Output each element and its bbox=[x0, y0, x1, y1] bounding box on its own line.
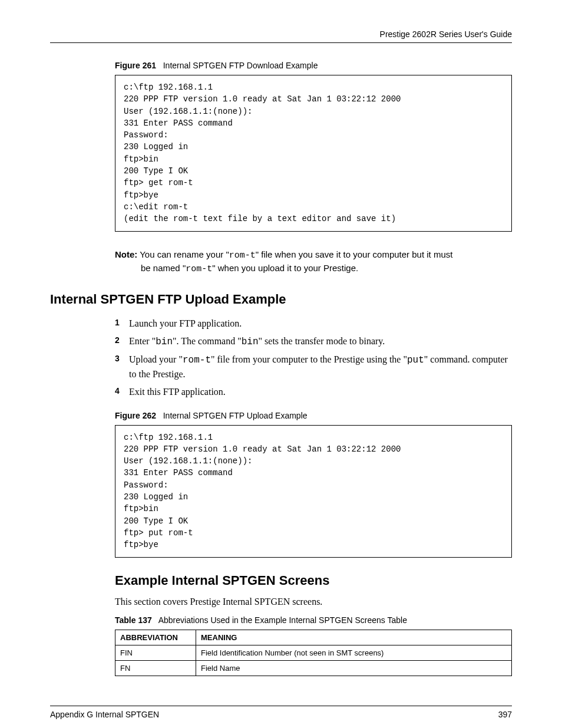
figure-262-label: Figure 262 bbox=[115, 411, 156, 420]
list-item-text: Launch your FTP application. bbox=[129, 317, 512, 331]
table-cell: Field Name bbox=[196, 660, 512, 676]
table-row: FINField Identification Number (not seen… bbox=[115, 645, 512, 660]
table-137-label: Table 137 bbox=[115, 615, 152, 625]
table-137-caption: Table 137 Abbreviations Used in the Exam… bbox=[115, 615, 512, 625]
inline-text: Upload your " bbox=[129, 354, 183, 364]
note-text-1a: You can rename your " bbox=[137, 249, 229, 259]
table-header-cell: MEANING bbox=[196, 630, 512, 645]
list-item-text: Enter "bin". The command "bin" sets the … bbox=[129, 334, 512, 349]
section-heading-upload: Internal SPTGEN FTP Upload Example bbox=[50, 292, 512, 307]
list-item: 1Launch your FTP application. bbox=[115, 317, 512, 331]
list-item: 4Exit this FTP application. bbox=[115, 385, 512, 399]
inline-text: Exit this FTP application. bbox=[129, 387, 226, 397]
figure-262-title: Internal SPTGEN FTP Upload Example bbox=[163, 411, 308, 420]
table-cell: Field Identification Number (not seen in… bbox=[196, 645, 512, 660]
steps-list: 1Launch your FTP application.2Enter "bin… bbox=[115, 317, 512, 399]
table-cell: FN bbox=[115, 660, 196, 676]
section2-paragraph: This section covers Prestige Internal SP… bbox=[115, 597, 512, 607]
note-text-2a: be named " bbox=[141, 263, 186, 273]
list-item: 3Upload your "rom-t" file from your comp… bbox=[115, 353, 512, 381]
note-code-2: rom-t bbox=[186, 264, 212, 274]
note-label: Note: bbox=[115, 249, 137, 259]
abbreviation-table: ABBREVIATIONMEANING FINField Identificat… bbox=[115, 630, 512, 676]
note-text-2b: " when you upload it to your Prestige. bbox=[212, 263, 358, 273]
list-item-number: 2 bbox=[115, 334, 125, 349]
list-item: 2Enter "bin". The command "bin" sets the… bbox=[115, 334, 512, 349]
figure-261-caption: Figure 261 Internal SPTGEN FTP Download … bbox=[115, 61, 512, 70]
inline-text: Launch your FTP application. bbox=[129, 318, 242, 328]
table-row: FNField Name bbox=[115, 660, 512, 676]
footer-appendix: Appendix G Internal SPTGEN bbox=[50, 710, 159, 719]
table-header-row: ABBREVIATIONMEANING bbox=[115, 630, 512, 645]
section-heading-screens: Example Internal SPTGEN Screens bbox=[115, 573, 512, 588]
list-item-text: Upload your "rom-t" file from your compu… bbox=[129, 353, 512, 381]
inline-code: rom-t bbox=[183, 355, 211, 365]
figure-261-title: Internal SPTGEN FTP Download Example bbox=[163, 61, 318, 70]
list-item-number: 4 bbox=[115, 385, 125, 399]
inline-text: " sets the transfer mode to binary. bbox=[259, 336, 385, 346]
inline-text: Enter " bbox=[129, 336, 156, 346]
figure-261-label: Figure 261 bbox=[115, 61, 156, 70]
inline-code: put bbox=[407, 355, 424, 365]
page-header: Prestige 2602R Series User's Guide bbox=[50, 29, 512, 43]
figure-262-code: c:\ftp 192.168.1.1 220 PPP FTP version 1… bbox=[115, 425, 512, 558]
inline-text: ". The command " bbox=[173, 336, 242, 346]
footer-page-number: 397 bbox=[498, 710, 512, 719]
note-text-1b: " file when you save it to your computer… bbox=[256, 249, 453, 259]
inline-code: bin bbox=[242, 337, 259, 347]
guide-title: Prestige 2602R Series User's Guide bbox=[380, 29, 512, 39]
table-cell: FIN bbox=[115, 645, 196, 660]
inline-code: bin bbox=[156, 337, 173, 347]
figure-262-caption: Figure 262 Internal SPTGEN FTP Upload Ex… bbox=[115, 411, 512, 420]
list-item-number: 1 bbox=[115, 317, 125, 331]
table-137-title: Abbreviations Used in the Example Intern… bbox=[158, 615, 407, 625]
table-header-cell: ABBREVIATION bbox=[115, 630, 196, 645]
note-block: Note: You can rename your "rom-t" file w… bbox=[115, 248, 512, 275]
inline-text: " file from your computer to the Prestig… bbox=[211, 354, 407, 364]
page-footer: Appendix G Internal SPTGEN 397 bbox=[50, 706, 512, 719]
list-item-number: 3 bbox=[115, 353, 125, 381]
note-code-1: rom-t bbox=[229, 251, 256, 261]
list-item-text: Exit this FTP application. bbox=[129, 385, 512, 399]
figure-261-code: c:\ftp 192.168.1.1 220 PPP FTP version 1… bbox=[115, 75, 512, 232]
